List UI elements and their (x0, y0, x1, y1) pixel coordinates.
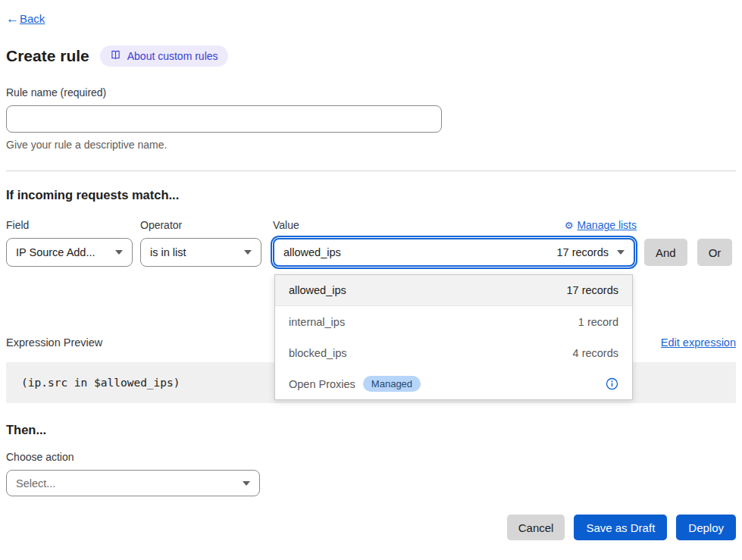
info-icon[interactable] (606, 377, 618, 390)
operator-select[interactable]: is in list (140, 238, 261, 267)
rule-name-helper-text: Give your rule a descriptive name. (6, 139, 736, 151)
condition-labels-row: Field Operator Value ⚙ Manage lists (6, 219, 637, 231)
book-icon (110, 49, 121, 63)
section-divider (6, 171, 736, 171)
condition-controls-row: IP Source Add... is in list allowed_ips … (6, 238, 736, 267)
list-option-records: 4 records (573, 347, 618, 359)
action-select-placeholder: Select... (16, 477, 55, 490)
expression-preview-label: Expression Preview (6, 336, 102, 349)
back-arrow-icon: ← (6, 12, 19, 25)
create-rule-page: ←Back Create rule About custom rules Rul… (0, 0, 742, 540)
then-section-heading: Then... (6, 423, 736, 437)
about-custom-rules-badge[interactable]: About custom rules (100, 45, 228, 67)
list-option-blocked-ips[interactable]: blocked_ips 4 records (275, 337, 632, 368)
save-as-draft-button[interactable]: Save as Draft (574, 515, 667, 540)
expression-code: (ip.src in $allowed_ips) (21, 377, 180, 389)
list-option-name: internal_ips (289, 316, 345, 328)
manage-lists-label: Manage lists (577, 219, 637, 231)
and-button[interactable]: And (644, 239, 687, 266)
list-option-allowed-ips[interactable]: allowed_ips 17 records (275, 275, 632, 306)
field-label: Field (6, 219, 140, 231)
match-section-heading: If incoming requests match... (6, 188, 736, 202)
value-select[interactable]: allowed_ips 17 records (273, 238, 635, 267)
back-link[interactable]: ←Back (6, 12, 45, 25)
chevron-down-icon (244, 250, 252, 255)
action-select[interactable]: Select... (6, 470, 260, 496)
lists-dropdown-panel: allowed_ips 17 records internal_ips 1 re… (274, 274, 633, 400)
list-option-internal-ips[interactable]: internal_ips 1 record (275, 306, 632, 337)
value-select-right: 17 records (556, 246, 625, 258)
manage-lists-link[interactable]: ⚙ Manage lists (565, 219, 637, 231)
rule-name-input[interactable] (6, 105, 442, 133)
list-option-name: Open Proxies (289, 378, 355, 390)
about-badge-label: About custom rules (127, 50, 218, 62)
cancel-button[interactable]: Cancel (507, 515, 565, 540)
value-select-value: allowed_ips (283, 246, 341, 258)
value-select-wrap: allowed_ips 17 records allowed_ips 17 re… (273, 238, 635, 267)
edit-expression-link[interactable]: Edit expression (661, 336, 736, 349)
field-select-value: IP Source Add... (16, 246, 95, 258)
chevron-down-icon (115, 250, 123, 255)
choose-action-label: Choose action (6, 451, 736, 463)
or-button[interactable]: Or (697, 239, 733, 266)
list-option-name: blocked_ips (289, 347, 347, 359)
deploy-button[interactable]: Deploy (676, 515, 736, 540)
gear-icon: ⚙ (565, 221, 574, 230)
rule-name-label: Rule name (required) (6, 86, 736, 99)
title-row: Create rule About custom rules (6, 45, 736, 67)
field-select[interactable]: IP Source Add... (6, 238, 133, 267)
chevron-down-icon (617, 250, 625, 255)
list-option-open-proxies[interactable]: Open Proxies Managed (275, 368, 632, 399)
operator-select-value: is in list (150, 246, 186, 258)
value-label: Value (273, 219, 565, 231)
operator-label: Operator (140, 219, 273, 231)
chevron-down-icon (243, 481, 250, 486)
list-option-name: allowed_ips (289, 284, 346, 296)
managed-badge: Managed (363, 376, 421, 392)
footer-actions: Cancel Save as Draft Deploy (6, 515, 736, 540)
list-option-records: 1 record (578, 316, 618, 328)
back-link-label: Back (20, 12, 45, 25)
page-title: Create rule (6, 47, 89, 65)
value-select-meta: 17 records (556, 246, 609, 258)
list-option-records: 17 records (566, 284, 618, 296)
